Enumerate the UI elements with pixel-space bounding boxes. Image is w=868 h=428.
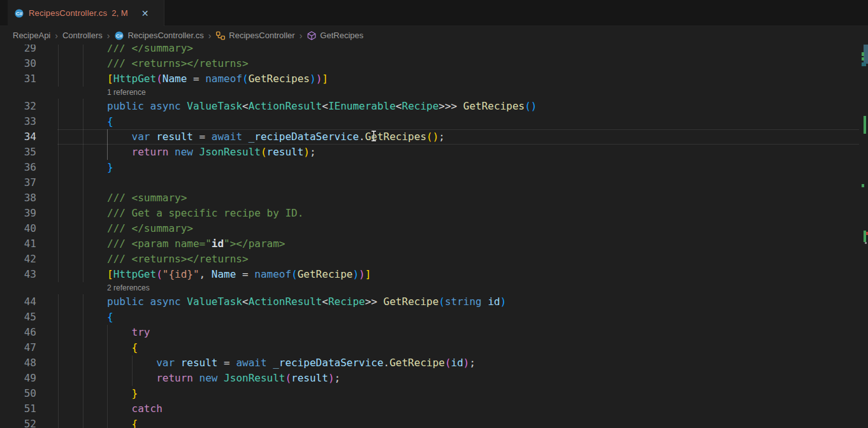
csharp-file-icon: C# <box>114 31 124 41</box>
line-number[interactable]: 42 <box>0 252 36 267</box>
breadcrumb-label: GetRecipes <box>320 31 363 40</box>
code-line-31[interactable]: 31[HttpGet(Name = nameof(GetRecipes))] <box>0 71 868 87</box>
indent-guide <box>58 175 59 190</box>
overview-ruler-mark <box>862 52 864 56</box>
csharp-file-icon: C# <box>14 8 24 18</box>
breadcrumb-label: RecipesController <box>229 31 294 40</box>
code-line-34[interactable]: 34var result = await _recipeDataService.… <box>0 129 868 145</box>
code-line-48[interactable]: 48var result = await _recipeDataService.… <box>0 355 868 371</box>
line-number[interactable]: 38 <box>0 190 36 206</box>
line-number[interactable]: 32 <box>0 99 36 114</box>
code-editor[interactable]: 29/// </summary>30/// <returns></returns… <box>0 45 868 428</box>
tab-bar: C# RecipesController.cs 2, M ✕ <box>0 0 868 26</box>
code-text: /// <returns></returns> <box>58 56 249 71</box>
code-text: return new JsonResult(result); <box>58 145 316 160</box>
code-line-36[interactable]: 36} <box>0 160 868 175</box>
line-number[interactable]: 34 <box>0 129 36 145</box>
code-line-29[interactable]: 29/// </summary> <box>0 45 868 56</box>
tab-recipescontroller[interactable]: C# RecipesController.cs 2, M ✕ <box>8 0 164 26</box>
code-text: /// </summary> <box>58 45 193 56</box>
overview-ruler-mark <box>864 116 866 134</box>
line-number[interactable]: 37 <box>0 175 36 190</box>
code-text: [HttpGet("{id}", Name = nameof(GetRecipe… <box>58 267 371 282</box>
code-line-41[interactable]: 41/// <param name="id"></param> <box>0 236 868 252</box>
line-number[interactable]: 36 <box>0 160 36 175</box>
line-number[interactable]: 33 <box>0 114 36 129</box>
line-number[interactable]: 52 <box>0 417 36 428</box>
line-number[interactable]: 35 <box>0 145 36 160</box>
code-area: 29/// </summary>30/// <returns></returns… <box>0 45 868 428</box>
code-line-47[interactable]: 47{ <box>0 340 868 355</box>
overview-ruler-mark <box>862 57 864 61</box>
code-text: } <box>58 160 113 175</box>
tab-problems-git-badge: 2, M <box>112 8 127 18</box>
code-line-42[interactable]: 42/// <returns></returns> <box>0 252 868 267</box>
line-number[interactable]: 51 <box>0 401 36 417</box>
code-text: } <box>58 386 138 401</box>
line-number[interactable]: 41 <box>0 236 36 252</box>
line-number[interactable]: 50 <box>0 386 36 401</box>
code-line-38[interactable]: 38/// <summary> <box>0 190 868 206</box>
svg-text:C#: C# <box>116 33 123 39</box>
codelens-references[interactable]: 2 references <box>107 282 150 294</box>
code-line-30[interactable]: 30/// <returns></returns> <box>0 56 868 71</box>
line-number[interactable]: 49 <box>0 371 36 386</box>
line-number[interactable]: 43 <box>0 267 36 282</box>
breadcrumb-separator: › <box>107 31 110 41</box>
breadcrumb: RecipeApi›Controllers›C#RecipesControlle… <box>0 26 868 45</box>
code-text: return new JsonResult(result); <box>58 371 340 386</box>
scrollbar-slider[interactable] <box>864 45 868 64</box>
code-line-43[interactable]: 43[HttpGet("{id}", Name = nameof(GetReci… <box>0 267 868 282</box>
code-text: /// <summary> <box>58 190 187 206</box>
overview-ruler-mark <box>862 184 864 187</box>
overview-ruler <box>859 45 868 428</box>
breadcrumb-separator: › <box>208 31 212 41</box>
code-line-32[interactable]: 32public async ValueTask<ActionResult<IE… <box>0 99 868 114</box>
line-number[interactable]: 29 <box>0 45 36 56</box>
line-number[interactable]: 44 <box>0 294 36 310</box>
line-number[interactable]: 31 <box>0 71 36 87</box>
breadcrumb-label: RecipesController.cs <box>127 31 203 40</box>
code-line-44[interactable]: 44public async ValueTask<ActionResult<Re… <box>0 294 868 310</box>
tab-filename: RecipesController.cs <box>29 8 107 18</box>
breadcrumb-item-controllers[interactable]: Controllers <box>62 31 103 40</box>
svg-text:C#: C# <box>16 11 23 17</box>
code-line-46[interactable]: 46try <box>0 325 868 340</box>
code-line-39[interactable]: 39/// Get a specific recipe by ID. <box>0 206 868 221</box>
code-text: var result = await _recipeDataService.Ge… <box>58 355 475 371</box>
code-line-35[interactable]: 35return new JsonResult(result); <box>0 145 868 160</box>
code-line-45[interactable]: 45{ <box>0 310 868 325</box>
line-number[interactable]: 39 <box>0 206 36 221</box>
symbol-class-icon <box>215 31 226 41</box>
code-line-51[interactable]: 51catch <box>0 401 868 417</box>
line-number[interactable]: 47 <box>0 340 36 355</box>
line-number[interactable]: 40 <box>0 221 36 236</box>
code-text: /// <returns></returns> <box>58 252 249 267</box>
breadcrumb-separator: › <box>55 31 58 41</box>
code-line-50[interactable]: 50} <box>0 386 868 401</box>
codelens-references[interactable]: 1 reference <box>107 87 146 99</box>
breadcrumb-item-recipescontroller[interactable]: RecipesController <box>215 31 294 41</box>
code-text: { <box>58 417 138 428</box>
breadcrumb-item-recipescontroller-cs[interactable]: C#RecipesController.cs <box>114 31 203 41</box>
code-text: [HttpGet(Name = nameof(GetRecipes))] <box>58 71 328 87</box>
close-icon[interactable]: ✕ <box>139 7 152 20</box>
line-number[interactable]: 45 <box>0 310 36 325</box>
code-text: /// Get a specific recipe by ID. <box>58 206 303 221</box>
breadcrumb-item-recipeapi[interactable]: RecipeApi <box>13 31 50 40</box>
line-number[interactable]: 30 <box>0 56 36 71</box>
code-text: /// </summary> <box>58 221 193 236</box>
code-text: try <box>58 325 150 340</box>
code-text: var result = await _recipeDataService.Ge… <box>58 129 445 145</box>
breadcrumb-item-getrecipes[interactable]: GetRecipes <box>307 31 363 41</box>
line-number[interactable]: 46 <box>0 325 36 340</box>
breadcrumb-label: Controllers <box>62 31 103 40</box>
code-line-52[interactable]: 52{ <box>0 417 868 428</box>
code-line-40[interactable]: 40/// </summary> <box>0 221 868 236</box>
codelens-row: 1 reference <box>0 87 868 99</box>
code-line-37[interactable]: 37 <box>0 175 868 190</box>
line-number[interactable]: 48 <box>0 355 36 371</box>
overview-ruler-mark <box>865 242 867 244</box>
code-line-49[interactable]: 49return new JsonResult(result); <box>0 371 868 386</box>
code-line-33[interactable]: 33{ <box>0 114 868 129</box>
